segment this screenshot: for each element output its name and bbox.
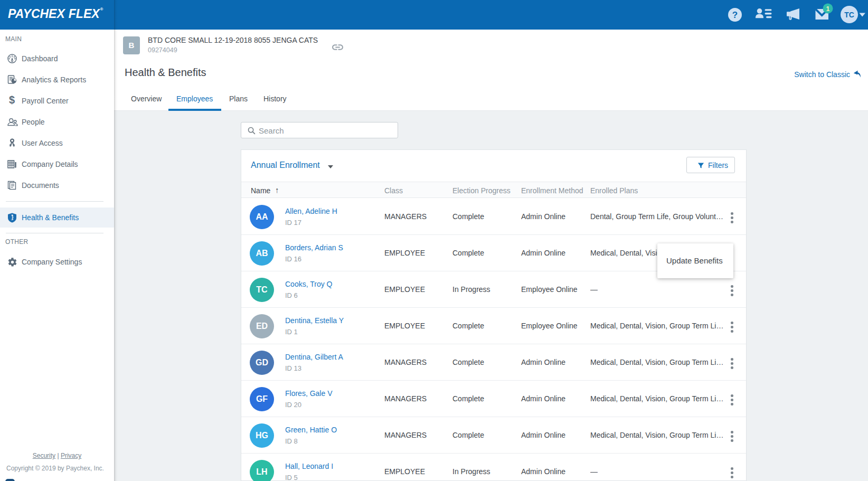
svg-text:1: 1	[826, 5, 830, 13]
svg-text:TC: TC	[844, 11, 854, 19]
svg-text:?: ?	[732, 10, 738, 20]
